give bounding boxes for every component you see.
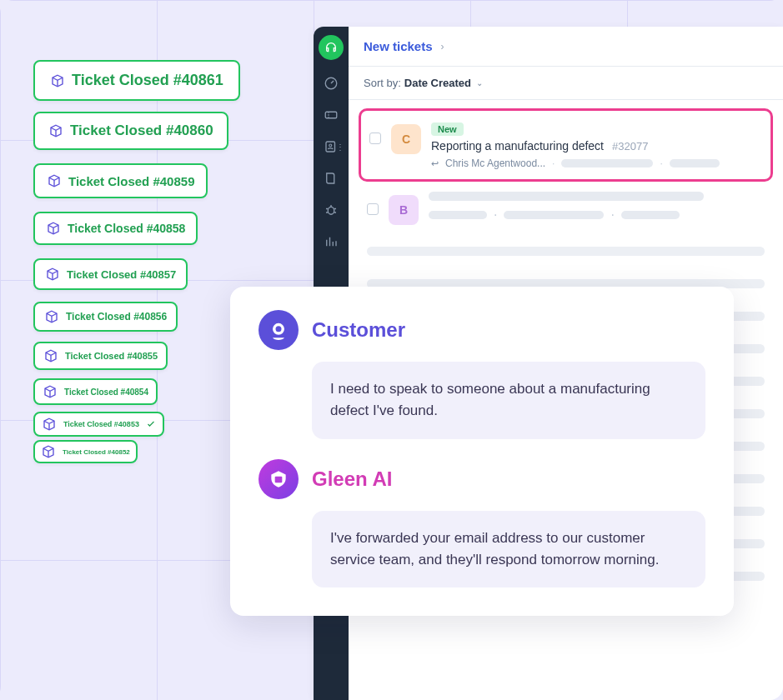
sort-control[interactable]: Sort by: Date Created ⌄ bbox=[349, 67, 783, 100]
row-checkbox[interactable] bbox=[369, 132, 381, 144]
avatar: C bbox=[391, 124, 421, 154]
ticket-id: #32077 bbox=[612, 140, 648, 152]
ticket-closed-pill: Ticket Closed #40852 bbox=[33, 440, 138, 463]
ticket-closed-pill: Ticket Closed #40853 bbox=[33, 412, 164, 437]
page-title[interactable]: New tickets bbox=[364, 39, 433, 53]
ticket-closed-label: Ticket Closed #40856 bbox=[66, 311, 167, 322]
package-icon bbox=[43, 348, 58, 363]
app-logo[interactable] bbox=[319, 35, 344, 60]
gleen-avatar-icon bbox=[258, 459, 299, 499]
ticket-closed-label: Ticket Closed #40860 bbox=[70, 122, 213, 139]
ticket-from: Chris Mc Agentwood... bbox=[445, 158, 545, 169]
ticket-subject: Reporting a manufacturing defect bbox=[431, 139, 604, 152]
ticket-closed-pill: Ticket Closed #40854 bbox=[33, 378, 158, 405]
sort-value: Date Created bbox=[404, 77, 471, 89]
ticket-closed-label: Ticket Closed #40858 bbox=[68, 222, 185, 235]
status-badge: New bbox=[431, 122, 464, 136]
package-icon bbox=[44, 309, 59, 324]
package-icon bbox=[50, 73, 65, 88]
package-icon bbox=[47, 173, 62, 188]
package-icon bbox=[48, 123, 63, 138]
package-icon bbox=[41, 444, 56, 459]
ticket-closed-label: Ticket Closed #40852 bbox=[63, 448, 130, 456]
svg-point-7 bbox=[276, 326, 282, 332]
package-icon bbox=[46, 221, 61, 236]
svg-rect-8 bbox=[275, 476, 283, 482]
ticket-closed-pill: Ticket Closed #40856 bbox=[33, 302, 178, 332]
ticket-closed-label: Ticket Closed #40853 bbox=[63, 420, 139, 428]
ticket-closed-pill: Ticket Closed #40860 bbox=[33, 112, 228, 150]
nav-gauge-icon[interactable] bbox=[323, 75, 339, 92]
package-icon bbox=[43, 384, 58, 399]
package-icon bbox=[45, 267, 60, 282]
nav-book-icon[interactable] bbox=[323, 170, 339, 187]
ticket-closed-label: Ticket Closed #40855 bbox=[65, 351, 158, 361]
ticket-row-highlighted[interactable]: C New Reporting a manufacturing defect #… bbox=[359, 108, 773, 182]
nav-contacts-icon[interactable] bbox=[323, 138, 339, 155]
check-icon bbox=[146, 419, 156, 429]
ticket-closed-pill: Ticket Closed #40861 bbox=[33, 60, 240, 101]
nav-ticket-icon[interactable] bbox=[323, 107, 339, 123]
chevron-down-icon: ⌄ bbox=[476, 78, 483, 88]
chat-card: Customer I need to speak to someone abou… bbox=[230, 287, 734, 616]
ticket-closed-pill: Ticket Closed #40857 bbox=[33, 258, 188, 290]
nav-chart-icon[interactable] bbox=[323, 233, 339, 250]
svg-rect-1 bbox=[325, 112, 337, 118]
avatar: B bbox=[389, 195, 419, 225]
customer-message-bubble: I need to speak to someone about a manuf… bbox=[312, 362, 705, 439]
ticket-closed-label: Ticket Closed #40857 bbox=[67, 268, 176, 281]
sort-prefix: Sort by: bbox=[364, 77, 401, 89]
customer-label: Customer bbox=[312, 318, 405, 342]
customer-avatar-icon bbox=[258, 310, 299, 350]
ticket-closed-pill: Ticket Closed #40858 bbox=[33, 212, 198, 245]
ticket-closed-pill: Ticket Closed #40855 bbox=[33, 342, 168, 370]
nav-bug-icon[interactable] bbox=[323, 202, 339, 218]
chevron-right-icon[interactable]: › bbox=[441, 41, 444, 52]
reply-icon: ↩ bbox=[431, 158, 439, 169]
gleen-label: Gleen AI bbox=[312, 468, 392, 491]
svg-point-4 bbox=[328, 207, 334, 214]
ticket-row[interactable]: B · · bbox=[359, 182, 773, 235]
gleen-message-bubble: I've forwarded your email address to our… bbox=[312, 511, 705, 588]
ticket-closed-label: Ticket Closed #40854 bbox=[64, 388, 148, 397]
ticket-closed-pill: Ticket Closed #40859 bbox=[33, 163, 208, 198]
headset-icon bbox=[324, 41, 338, 54]
customer-header: Customer bbox=[258, 310, 705, 350]
package-icon bbox=[42, 417, 57, 432]
svg-point-3 bbox=[329, 144, 332, 147]
row-checkbox[interactable] bbox=[367, 203, 379, 215]
gleen-header: Gleen AI bbox=[258, 459, 705, 499]
ticket-closed-label: Ticket Closed #40861 bbox=[72, 72, 223, 89]
ticket-closed-label: Ticket Closed #40859 bbox=[68, 174, 194, 188]
header: New tickets › bbox=[349, 27, 783, 67]
